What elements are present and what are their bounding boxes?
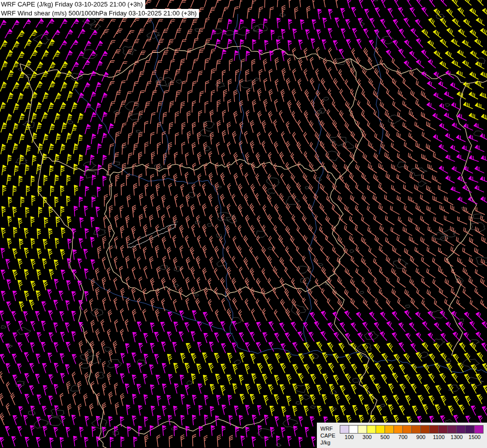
legend-tick-label: 500 [381,434,390,440]
legend-swatch [421,426,430,433]
legend-swatch [394,426,403,433]
weather-map-container: WRF CAPE (J/kg) Friday 03-10-2025 21:00 … [0,0,487,448]
legend-tick-label: 1100 [433,434,445,440]
legend-scale: 100300500700900110013001500 [340,425,484,441]
legend: WRF CAPE J/kg 10030050070090011001300150… [317,423,487,448]
legend-swatch [457,426,466,433]
legend-tick-label: 900 [416,434,425,440]
legend-swatch [367,426,376,433]
legend-swatch [448,426,457,433]
legend-labels: WRF CAPE J/kg [320,425,335,446]
legend-model-label: WRF [320,425,335,432]
legend-swatch [466,426,475,433]
legend-swatches [340,425,484,434]
legend-swatch [349,426,358,433]
legend-tick-label: 1300 [451,434,463,440]
map-header: WRF CAPE (J/kg) Friday 03-10-2025 21:00 … [0,0,199,18]
legend-ticks: 100300500700900110013001500 [340,434,484,441]
legend-swatch [340,426,349,433]
legend-tick-label: 1500 [469,434,481,440]
legend-swatch [475,426,483,433]
legend-tick-label: 100 [345,434,354,440]
legend-swatch [358,426,367,433]
legend-unit-label: J/kg [320,439,335,446]
legend-swatch [385,426,394,433]
legend-swatch [376,426,385,433]
legend-swatch [430,426,439,433]
legend-variable-label: CAPE [320,432,335,439]
legend-tick-label: 700 [398,434,407,440]
legend-swatch [439,426,448,433]
legend-swatch [403,426,412,433]
legend-swatch [412,426,421,433]
weather-map-canvas [0,0,487,448]
map-title-cape: WRF CAPE (J/kg) Friday 03-10-2025 21:00 … [0,0,145,9]
map-title-wind-shear: WRF Wind shear (m/s) 500/1000hPa Friday … [0,9,199,18]
legend-tick-label: 300 [363,434,372,440]
